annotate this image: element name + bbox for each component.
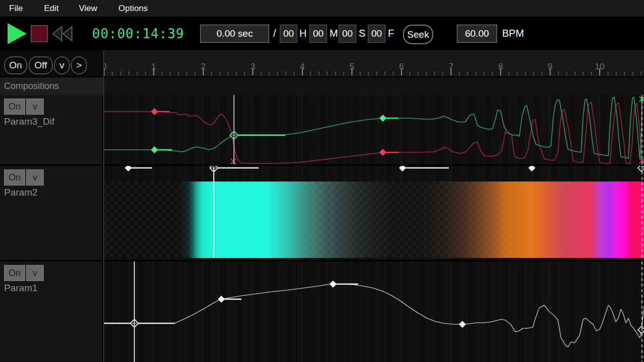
- track-header-param3dif[interactable]: On v Param3_Dif: [0, 95, 102, 164]
- track-header-param1[interactable]: On v Param1: [0, 261, 102, 362]
- rewind-icon: [52, 26, 73, 42]
- timeline-editor-window: { "menu": { "items": ["File", "Edit", "V…: [0, 0, 644, 362]
- track-name-param1: Param1: [4, 283, 38, 294]
- compositions-label: Compositions: [4, 81, 59, 92]
- timeline-area: 012345678910: [103, 50, 644, 362]
- play-icon: [7, 23, 27, 45]
- seek-button[interactable]: Seek: [403, 25, 433, 44]
- track-menu-button[interactable]: v: [26, 169, 44, 186]
- hours-label: H: [299, 17, 306, 50]
- menu-item-options[interactable]: Options: [118, 4, 148, 14]
- track-menu-button[interactable]: v: [26, 265, 44, 281]
- track-header-param2[interactable]: On v Param2: [0, 166, 102, 260]
- play-button[interactable]: [7, 17, 27, 50]
- frames-label: F: [388, 17, 394, 50]
- curve-lane-param3dif[interactable]: [104, 95, 644, 164]
- compositions-row[interactable]: Compositions: [0, 77, 103, 95]
- timecode-display: 00:00:14:39: [92, 17, 184, 50]
- curve-lane-param1[interactable]: [104, 261, 644, 362]
- menu-item-view[interactable]: View: [79, 4, 98, 14]
- all-on-button[interactable]: On: [4, 56, 27, 74]
- track-sidebar: On Off v > Compositions On v Param3_Dif …: [0, 50, 103, 362]
- time-seconds-field[interactable]: 0.00 sec: [200, 25, 269, 43]
- minutes-field[interactable]: 00: [309, 25, 327, 43]
- expand-button[interactable]: >: [71, 56, 87, 74]
- compositions-lane[interactable]: [104, 77, 644, 95]
- track-name-param2: Param2: [4, 187, 38, 198]
- stop-icon: [30, 25, 48, 43]
- minutes-label: M: [330, 17, 338, 50]
- slash-separator: /: [273, 17, 276, 50]
- stop-button[interactable]: [30, 17, 48, 50]
- menu-item-edit[interactable]: Edit: [44, 4, 58, 14]
- all-off-button[interactable]: Off: [29, 56, 53, 74]
- menu-item-file[interactable]: File: [9, 4, 23, 14]
- gradient-lane-param2[interactable]: [104, 166, 644, 260]
- transport-bar: 00:00:14:39 0.00 sec / 00 H 00 M 00 S 00…: [0, 17, 644, 50]
- track-on-button[interactable]: On: [4, 169, 25, 186]
- frames-field[interactable]: 00: [368, 25, 385, 43]
- track-menu-button[interactable]: v: [26, 99, 44, 115]
- seconds-field[interactable]: 00: [339, 25, 356, 43]
- rewind-button[interactable]: [52, 17, 73, 50]
- track-on-button[interactable]: On: [4, 265, 25, 281]
- collapse-button[interactable]: v: [54, 56, 70, 74]
- sidebar-controls: On Off v >: [0, 50, 103, 77]
- bpm-field[interactable]: 60.00: [457, 25, 497, 43]
- time-ruler[interactable]: 012345678910: [104, 50, 644, 77]
- seconds-label: S: [359, 17, 365, 50]
- hours-field[interactable]: 00: [280, 25, 297, 43]
- track-name-param3dif: Param3_Dif: [4, 116, 54, 127]
- bpm-label: BPM: [502, 17, 524, 50]
- menu-bar: File Edit View Options: [0, 0, 644, 17]
- track-on-button[interactable]: On: [4, 99, 25, 115]
